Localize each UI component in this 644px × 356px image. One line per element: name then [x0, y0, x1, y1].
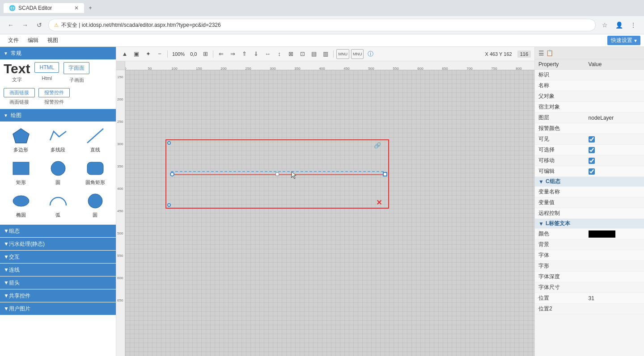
user-image-section-header[interactable]: ▼ 用户图片: [0, 302, 116, 315]
kebianji-checkbox[interactable]: [589, 168, 595, 175]
tool-8[interactable]: ⊡: [297, 49, 307, 59]
val-keyidong[interactable]: [585, 155, 644, 166]
settings-tool[interactable]: ✦: [143, 49, 153, 59]
page-tool[interactable]: ▣: [131, 49, 141, 59]
text-widget[interactable]: Text 文字: [4, 62, 30, 83]
shape-rect[interactable]: 矩形: [4, 158, 38, 188]
prop-suzhuduixiang: 宿主对象: [535, 102, 585, 113]
val-biaoshi[interactable]: [585, 70, 644, 80]
prop-baojingyanse: 报警颜色: [535, 123, 585, 134]
connect-section-header[interactable]: ▼ 连线: [0, 264, 116, 276]
forward-button[interactable]: →: [20, 20, 30, 30]
quick-settings-button[interactable]: 快速设置 ▾: [607, 36, 640, 45]
prop-biaoshi: 标识: [535, 70, 585, 80]
minus-tool[interactable]: −: [155, 49, 165, 59]
mini-btn-1[interactable]: MNU: [336, 49, 349, 59]
account-button[interactable]: 👤: [614, 20, 624, 30]
info-btn[interactable]: ⓘ: [365, 49, 375, 59]
tool-7[interactable]: ⊠: [286, 49, 296, 59]
browser-tab[interactable]: 🌐 SCADA Editor ✕: [4, 3, 84, 13]
canvas-grid-bg: [125, 70, 534, 356]
connect-dot-bl[interactable]: [167, 203, 171, 207]
menu-edit[interactable]: 编辑: [23, 35, 43, 46]
more-button[interactable]: ⋮: [628, 20, 639, 30]
shape-line[interactable]: 直线: [78, 125, 112, 155]
select-tool[interactable]: ▲: [120, 49, 130, 59]
val-fuduixiang[interactable]: [585, 91, 644, 102]
val-bianliang-zhi[interactable]: [585, 197, 644, 208]
refresh-button[interactable]: ↺: [34, 20, 45, 30]
bookmark-button[interactable]: ☆: [599, 20, 610, 30]
back-button[interactable]: ←: [5, 20, 16, 30]
canvas-area[interactable]: ✕ 🔗: [125, 70, 534, 356]
arrow-section-arrow-icon: ▼: [4, 280, 9, 286]
shape-round-rect[interactable]: 圆角矩形: [78, 158, 112, 188]
menu-view[interactable]: 视图: [43, 35, 63, 46]
prop-weizhi: 位置: [535, 293, 585, 304]
tool-6[interactable]: ↕: [274, 49, 284, 59]
arc-icon: [48, 192, 68, 210]
kexuanze-checkbox[interactable]: [589, 147, 595, 153]
val-weizhi[interactable]: 31: [585, 293, 644, 304]
val-ziti[interactable]: [585, 250, 644, 261]
val-kebianji[interactable]: [585, 166, 644, 177]
left-endpoint[interactable]: [170, 172, 174, 176]
keyidong-checkbox[interactable]: [589, 158, 595, 164]
val-tuceng[interactable]: nodeLayer: [585, 113, 644, 123]
interact-section-header[interactable]: ▼ 交互: [0, 251, 116, 263]
new-tab-button[interactable]: +: [84, 2, 97, 14]
html-button[interactable]: HTML: [34, 62, 59, 73]
tool-1[interactable]: ⇐: [216, 49, 226, 59]
font-button[interactable]: 字面面: [64, 62, 89, 74]
shape-polygon[interactable]: 多边形: [4, 125, 38, 155]
shape-circle2[interactable]: 圆: [78, 190, 112, 220]
kejian-checkbox[interactable]: [589, 136, 595, 142]
tab-close[interactable]: ✕: [74, 5, 79, 11]
val-kejian[interactable]: [585, 134, 644, 145]
fit-tool[interactable]: ⊞: [200, 49, 210, 59]
val-beijing[interactable]: [585, 239, 644, 250]
shape-circle[interactable]: 圆: [41, 158, 75, 188]
sewage-section-header[interactable]: ▼ 污水处理(静态): [0, 238, 116, 250]
val-ziti-chicun[interactable]: [585, 282, 644, 293]
property-scroll[interactable]: Property Value 标识 名称 父对象: [535, 59, 644, 356]
user-image-arrow-icon: ▼: [4, 306, 9, 312]
menu-file[interactable]: 文件: [4, 35, 23, 46]
mid-handle[interactable]: [275, 172, 279, 176]
val-bianliang-mingcheng[interactable]: [585, 187, 644, 197]
group-section-header[interactable]: ▼ 组态: [0, 225, 116, 237]
polyline-label: 多线段: [51, 147, 65, 153]
arrow-section-header[interactable]: ▼ 箭头: [0, 276, 116, 289]
shape-arc[interactable]: 弧: [41, 190, 75, 220]
alarm-ctrl-button[interactable]: 报警控件: [38, 88, 70, 97]
tool-5[interactable]: ↔: [263, 49, 272, 59]
val-ziti-shengdu[interactable]: [585, 272, 644, 282]
selected-element-box[interactable]: ✕ 🔗: [165, 139, 389, 209]
color-swatch[interactable]: [589, 230, 615, 238]
tool-9[interactable]: ▤: [309, 49, 319, 59]
delete-icon[interactable]: ✕: [376, 198, 382, 207]
val-yanse[interactable]: [585, 229, 644, 239]
circle-label: 圆: [55, 179, 60, 186]
screen-link-button[interactable]: 画面链接: [4, 88, 35, 97]
general-section-header[interactable]: ▼ 常规: [0, 47, 116, 59]
mini-btn-2[interactable]: MNU: [351, 49, 364, 59]
draw-section-header[interactable]: ▼ 绘图: [0, 109, 116, 121]
tool-2[interactable]: ⇒: [228, 49, 237, 59]
val-kexuanze[interactable]: [585, 145, 644, 155]
tool-4[interactable]: ⇓: [251, 49, 261, 59]
val-mingchen[interactable]: [585, 80, 644, 91]
val-baojingyanse[interactable]: [585, 123, 644, 134]
val-yuancheng-kongzhi[interactable]: [585, 208, 644, 219]
address-bar[interactable]: ⚠ 不安全 | iot.idosp.net/html/scada/editor.…: [48, 19, 596, 31]
val-weizhi2[interactable]: [585, 304, 644, 314]
tool-10[interactable]: ▥: [321, 49, 330, 59]
tool-3[interactable]: ⇑: [239, 49, 249, 59]
shape-ellipse[interactable]: 椭圆: [4, 190, 38, 220]
shape-polyline[interactable]: 多线段: [41, 125, 75, 155]
shared-section-header[interactable]: ▼ 共享控件: [0, 289, 116, 302]
connect-dot-tl[interactable]: [167, 141, 171, 145]
right-endpoint-handle[interactable]: [383, 172, 387, 176]
val-suzhuduixiang[interactable]: [585, 102, 644, 113]
val-zixing[interactable]: [585, 261, 644, 272]
